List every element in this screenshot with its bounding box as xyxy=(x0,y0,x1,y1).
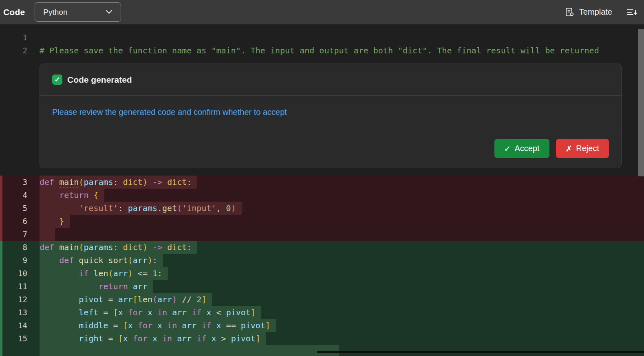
toggle-panel-button[interactable] xyxy=(626,8,637,17)
code-token: [ xyxy=(118,334,123,343)
code-token: # Please save the function name as "main… xyxy=(40,46,599,55)
code-token: ] xyxy=(265,321,270,330)
code-token: x xyxy=(118,308,123,317)
code-token xyxy=(40,334,79,343)
code-token: arr xyxy=(118,294,133,304)
line-number: 13 xyxy=(0,306,31,319)
code-token: dict xyxy=(167,177,187,187)
line-number: 11 xyxy=(0,280,31,293)
line-number: 10 xyxy=(0,267,31,280)
code-line: 9 def quick_sort(arr): xyxy=(0,254,644,267)
language-dropdown-value: Python xyxy=(43,8,67,17)
code-token xyxy=(40,294,79,304)
code-line-text: if len(arr) <= 1: xyxy=(40,267,168,280)
code-line-text: return { xyxy=(40,189,104,202)
code-token: arr xyxy=(133,281,148,291)
code-token: arr xyxy=(172,308,187,317)
line-number: 3 xyxy=(0,176,31,189)
code-token xyxy=(40,268,79,278)
code-line-text: right = [x for x in arr if x > pivot] xyxy=(40,332,266,345)
topbar-actions: Template xyxy=(565,7,637,17)
code-token: : xyxy=(187,177,192,187)
code-token: ) xyxy=(143,177,148,187)
code-token: ) xyxy=(143,242,148,252)
code-editor[interactable]: 12# Please save the function name as "ma… xyxy=(0,24,644,356)
code-line: 2# Please save the function name as "mai… xyxy=(0,44,644,57)
code-token: : xyxy=(113,177,123,187)
code-token xyxy=(40,229,49,239)
code-line: 5 'result': params.get('input', 0) xyxy=(0,202,644,215)
accept-check-icon: ✓ xyxy=(504,144,511,154)
code-lines-top: 12# Please save the function name as "ma… xyxy=(0,31,644,57)
sort-lines-icon xyxy=(626,8,637,17)
reject-button[interactable]: ✗ Reject xyxy=(556,139,609,158)
code-token: = xyxy=(99,308,113,317)
code-token: -> xyxy=(152,177,162,187)
code-token: : xyxy=(113,242,123,252)
code-line-text: left = [x for x in arr if x < pivot] xyxy=(40,306,261,319)
language-dropdown[interactable]: Python xyxy=(35,2,121,22)
code-token: if xyxy=(192,334,211,343)
code-token xyxy=(88,190,93,200)
code-line-text xyxy=(40,345,339,356)
line-number: 1 xyxy=(0,31,31,44)
code-token: : xyxy=(152,255,157,265)
code-token: quick_sort xyxy=(79,255,128,265)
code-token: pivot xyxy=(226,308,251,317)
code-token: ) xyxy=(231,203,236,213)
code-token: ] xyxy=(251,308,256,317)
code-token: : xyxy=(118,203,128,213)
code-token: arr xyxy=(133,255,148,265)
check-badge-icon: ✓ xyxy=(52,75,62,85)
code-token xyxy=(40,281,99,291)
code-line: 4 return { xyxy=(0,189,644,202)
code-token: // xyxy=(177,294,196,304)
code-token: 1 xyxy=(152,268,157,278)
line-number: 2 xyxy=(0,44,31,57)
line-number: 7 xyxy=(0,228,31,241)
code-line: 10 if len(arr) <= 1: xyxy=(0,267,644,280)
code-line: 1 xyxy=(0,31,644,44)
line-number: 5 xyxy=(0,202,31,215)
code-token: 'input' xyxy=(182,203,216,213)
code-token: < xyxy=(212,308,226,317)
code-token xyxy=(40,308,79,317)
code-token: def xyxy=(40,242,59,252)
line-number xyxy=(0,345,31,356)
dialog-header: ✓ Code generated xyxy=(40,64,621,96)
code-token: return xyxy=(99,281,128,291)
code-token xyxy=(162,242,167,252)
code-token: ] xyxy=(201,294,206,304)
horizontal-scrollbar[interactable] xyxy=(317,351,644,353)
code-token: pivot xyxy=(241,321,265,330)
reject-x-icon: ✗ xyxy=(566,144,573,154)
vertical-scrollbar[interactable] xyxy=(638,29,644,176)
code-token xyxy=(40,216,59,226)
code-line-text: def main(params: dict) -> dict: xyxy=(40,241,197,254)
code-line: 14 middle = [x for x in arr if x == pivo… xyxy=(0,319,644,332)
accept-button[interactable]: ✓ Accept xyxy=(494,139,549,158)
code-token: x xyxy=(216,321,221,330)
code-token: left xyxy=(79,308,98,317)
accept-label: Accept xyxy=(514,144,539,153)
code-token: } xyxy=(59,216,64,226)
code-line-text: pivot = arr[len(arr) // 2] xyxy=(40,293,212,306)
code-token xyxy=(128,281,133,291)
code-token: def xyxy=(40,177,59,187)
code-token: = xyxy=(104,294,118,304)
code-token: > xyxy=(216,334,231,343)
code-token: == xyxy=(221,321,241,330)
code-line: 11 return arr xyxy=(0,280,644,293)
code-token xyxy=(148,177,152,187)
code-token: x xyxy=(128,321,133,330)
code-token xyxy=(148,242,152,252)
code-token: ) xyxy=(172,294,177,304)
code-token: : xyxy=(187,242,192,252)
code-token: if xyxy=(79,268,93,278)
template-button[interactable]: Template xyxy=(565,7,612,17)
code-token: 0 xyxy=(226,203,231,213)
code-line-text: } xyxy=(40,215,70,228)
code-token: arr xyxy=(182,321,196,330)
code-line: 8def main(params: dict) -> dict: xyxy=(0,241,644,254)
code-token: in xyxy=(162,321,182,330)
